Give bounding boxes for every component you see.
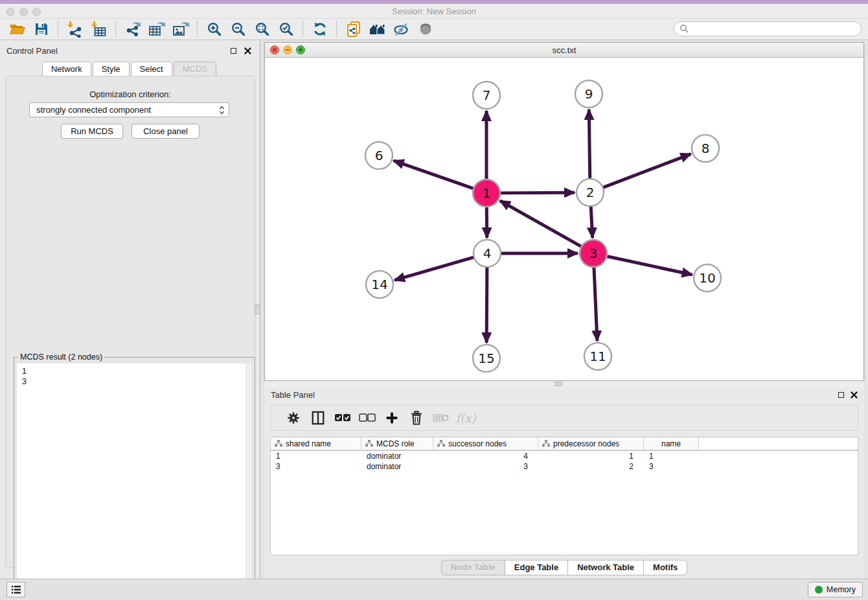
node-label-1: 1 — [483, 185, 491, 201]
node-table[interactable]: shared nameMCDS rolesuccessor nodesprede… — [270, 437, 858, 555]
table-row[interactable]: 3dominator323 — [271, 461, 858, 472]
cell-successor-nodes: 4 — [433, 452, 538, 461]
zoom-fit-button[interactable] — [250, 20, 274, 38]
show-graphics-details-button[interactable] — [413, 20, 437, 38]
horizontal-splitter[interactable] — [264, 381, 864, 387]
edge-3-10[interactable] — [606, 256, 692, 275]
save-session-button[interactable] — [29, 20, 53, 38]
refresh-icon — [312, 21, 328, 37]
column-header-name[interactable]: name — [644, 437, 699, 450]
float-panel-icon[interactable] — [231, 48, 236, 54]
cell-predecessor-nodes: 2 — [538, 462, 644, 471]
toolbar-separator — [58, 21, 58, 37]
zoom-in-button[interactable] — [202, 20, 226, 38]
control-panel-title: Control Panel — [6, 46, 58, 56]
edge-2-8[interactable] — [602, 154, 691, 188]
run-mcds-button[interactable]: Run MCDS — [61, 124, 123, 139]
window-title: Session: New Session — [0, 6, 868, 16]
node-label-10: 10 — [699, 270, 715, 286]
zoom-selected-icon — [279, 21, 294, 37]
export-table-button[interactable] — [144, 20, 168, 38]
cell-shared-name: 3 — [271, 462, 361, 471]
apply-layout-button[interactable] — [308, 20, 332, 38]
vertical-splitter-handle[interactable] — [255, 305, 260, 314]
edge-3-11[interactable] — [594, 266, 597, 341]
import-network-button[interactable] — [63, 20, 87, 38]
tab-style[interactable]: Style — [93, 62, 130, 76]
close-table-panel-icon[interactable] — [851, 391, 858, 398]
toolbar-separator — [115, 21, 116, 37]
column-header-successor-nodes[interactable]: successor nodes — [433, 437, 538, 450]
tab-network-table[interactable]: Network Table — [567, 560, 644, 575]
node-label-8: 8 — [702, 141, 710, 156]
open-session-button[interactable] — [5, 20, 29, 38]
edge-4-14[interactable] — [394, 257, 475, 281]
houses-icon — [369, 21, 387, 37]
search-field[interactable] — [674, 21, 862, 36]
network-canvas[interactable]: 1234678910111415 — [265, 58, 863, 380]
network-window-title: scc.txt — [265, 45, 863, 55]
horizontal-splitter-handle[interactable] — [554, 382, 563, 386]
node-table-body: 1dominator4113dominator323 — [271, 451, 858, 472]
edge-1-4[interactable] — [486, 206, 487, 238]
search-input[interactable] — [689, 23, 847, 34]
close-panel-button[interactable]: Close panel — [131, 124, 200, 139]
edge-1-6[interactable] — [394, 161, 474, 189]
edge-2-3[interactable] — [591, 205, 593, 238]
task-history-button[interactable] — [6, 582, 25, 597]
control-panel: Control Panel NetworkStyleSelectMCDS Opt… — [0, 40, 260, 579]
table-toolbar: f(x) — [270, 405, 858, 431]
select-all-button[interactable] — [330, 408, 355, 428]
cell-name: 1 — [644, 452, 699, 461]
tab-motifs[interactable]: Motifs — [643, 560, 687, 575]
edge-3-1[interactable] — [500, 201, 582, 247]
add-column-button[interactable] — [380, 408, 404, 428]
deselect-all-button[interactable] — [355, 408, 380, 428]
close-panel-icon[interactable] — [244, 47, 251, 54]
eye-icon — [418, 21, 433, 37]
edge-2-9[interactable] — [589, 110, 589, 179]
import-table-button[interactable] — [87, 20, 111, 38]
memory-button[interactable]: Memory — [808, 582, 863, 597]
tab-mcds[interactable]: MCDS — [174, 62, 216, 76]
column-header-shared-name[interactable]: shared name — [271, 437, 361, 450]
tab-network[interactable]: Network — [42, 62, 91, 76]
clone-network-button[interactable] — [341, 20, 365, 38]
function-builder-button[interactable]: f(x) — [453, 408, 478, 428]
toolbar-separator — [197, 21, 198, 37]
zoom-selected-button[interactable] — [274, 20, 298, 38]
gear-button[interactable] — [281, 408, 306, 428]
mcds-result-textarea[interactable]: 1 3 — [17, 363, 252, 599]
zoom-fit-icon — [255, 21, 270, 37]
delete-table-button[interactable] — [429, 408, 453, 428]
tab-node-table[interactable]: Node Table — [441, 560, 505, 575]
mcds-result-scrollbar[interactable] — [246, 363, 252, 599]
column-header-mcds-role[interactable]: MCDS role — [361, 437, 433, 450]
show-home-networks-button[interactable] — [365, 20, 389, 38]
table-row[interactable]: 1dominator411 — [271, 451, 858, 461]
node-label-15: 15 — [478, 351, 494, 366]
delete-column-button[interactable] — [404, 408, 429, 428]
tab-edge-table[interactable]: Edge Table — [505, 560, 568, 575]
column-header-predecessor-nodes[interactable]: predecessor nodes — [538, 437, 644, 450]
eye-slash-icon — [393, 21, 410, 37]
memory-label: Memory — [827, 585, 856, 594]
edge-4-15[interactable] — [486, 266, 487, 343]
column-layout-button[interactable] — [306, 408, 330, 428]
edge-1-2[interactable] — [499, 192, 575, 193]
node-label-9: 9 — [585, 86, 593, 102]
hide-graphics-details-button[interactable] — [389, 20, 413, 38]
node-label-11: 11 — [589, 349, 606, 364]
export-network-button[interactable] — [120, 20, 144, 38]
zoom-out-button[interactable] — [226, 20, 250, 38]
cell-successor-nodes: 3 — [433, 462, 538, 471]
optimization-select[interactable]: strongly connected component — [29, 102, 229, 117]
import-network-icon — [67, 21, 84, 38]
column-header-label: predecessor nodes — [553, 439, 619, 448]
export-image-button[interactable] — [168, 20, 192, 38]
table-panel-tabs: Node TableEdge TableNetwork TableMotifs — [264, 560, 864, 575]
tab-select[interactable]: Select — [131, 62, 172, 76]
float-table-panel-icon[interactable] — [838, 392, 844, 398]
mcds-result-title: MCDS result (2 nodes) — [18, 352, 104, 362]
network-window-titlebar[interactable]: scc.txt — [265, 43, 863, 58]
